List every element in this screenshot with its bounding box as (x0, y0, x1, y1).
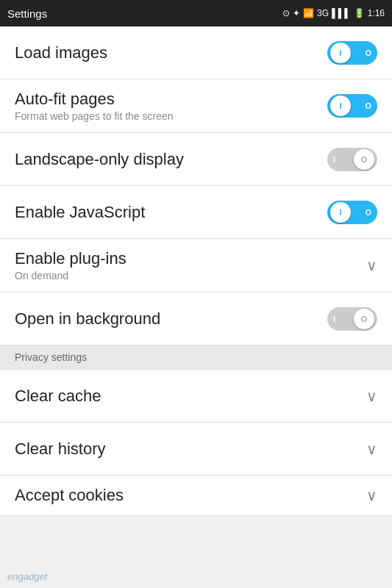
toggle-knob: O (354, 309, 374, 329)
chevron-down-icon: ∨ (366, 487, 377, 504)
settings-item-title-background: Open in background (15, 309, 327, 329)
toggle-off-label: O (365, 208, 371, 217)
settings-item-clear-history[interactable]: Clear history ∨ (0, 423, 392, 476)
settings-item-subtitle-plugins: On demand (15, 270, 366, 282)
settings-item-text: Auto-fit pages Format web pages to fit t… (15, 90, 327, 122)
watermark: engadget (7, 571, 47, 582)
toggle-knob: I (330, 202, 351, 223)
toggle-background[interactable]: O I (327, 307, 377, 331)
settings-item-clear-cache[interactable]: Clear cache ∨ (0, 370, 392, 423)
chevron-down-icon: ∨ (366, 387, 377, 405)
chevron-down-icon: ∨ (366, 257, 377, 274)
clock: 1:16 (368, 8, 385, 18)
settings-item-load-images[interactable]: Load images O I (0, 26, 392, 79)
toggle-load-images[interactable]: O I (327, 41, 377, 65)
toggle-auto-fit[interactable]: O I (327, 94, 377, 118)
status-icons: ⊙ ✦ 📶 3G ▌▌▌ 🔋 1:16 (282, 8, 385, 18)
settings-item-title-clear-history: Clear history (15, 440, 366, 459)
toggle-off-label: O (365, 49, 371, 57)
settings-item-subtitle-auto-fit: Format web pages to fit the screen (15, 110, 327, 122)
toggle-knob: O (354, 149, 374, 170)
settings-item-text: Load images (15, 43, 327, 62)
toggle-on-label: I (339, 49, 341, 57)
page-title: Settings (7, 7, 47, 20)
toggle-on-label: I (333, 315, 335, 323)
network-type: 3G (317, 8, 329, 18)
toggle-on-label: I (333, 155, 335, 164)
settings-item-title-auto-fit: Auto-fit pages (15, 90, 327, 109)
settings-item-title-landscape: Landscape-only display (15, 150, 327, 169)
settings-item-text: Clear history (15, 440, 366, 459)
settings-item-text: Enable JavaScript (15, 203, 327, 222)
settings-item-landscape[interactable]: Landscape-only display O I (0, 133, 392, 186)
wifi-icon: 📶 (303, 8, 314, 18)
settings-item-title-javascript: Enable JavaScript (15, 203, 327, 222)
battery-icon: 🔋 (354, 8, 365, 18)
toggle-off-label: O (361, 315, 368, 323)
settings-item-text: Accept cookies (15, 486, 366, 505)
settings-item-title-load-images: Load images (15, 43, 327, 62)
settings-item-title-plugins: Enable plug-ins (15, 249, 366, 268)
toggle-knob: I (330, 96, 351, 116)
toggle-knob: I (330, 43, 351, 63)
settings-item-title-clear-cache: Clear cache (15, 387, 366, 406)
settings-item-text: Clear cache (15, 387, 366, 406)
sim-icon: ⊙ (282, 8, 290, 18)
toggle-landscape[interactable]: O I (327, 148, 377, 171)
settings-item-text: Landscape-only display (15, 150, 327, 169)
toggle-on-label: I (339, 208, 341, 217)
toggle-off-label: O (361, 155, 368, 164)
toggle-on-label: I (339, 101, 341, 110)
settings-item-background[interactable]: Open in background O I (0, 293, 392, 345)
section-header-privacy: Privacy settings (0, 345, 392, 370)
signal-bars: ▌▌▌ (332, 8, 351, 18)
settings-item-text: Enable plug-ins On demand (15, 249, 366, 282)
settings-item-plugins[interactable]: Enable plug-ins On demand ∨ (0, 239, 392, 293)
toggle-javascript[interactable]: O I (327, 201, 377, 224)
settings-item-title-accept-cookies: Accept cookies (15, 486, 366, 505)
settings-item-accept-cookies[interactable]: Accept cookies ∨ (0, 476, 392, 516)
settings-list: Load images O I Auto-fit pages Format we… (0, 26, 392, 516)
toggle-off-label: O (365, 101, 371, 110)
status-bar: Settings ⊙ ✦ 📶 3G ▌▌▌ 🔋 1:16 (0, 0, 392, 26)
settings-item-text: Open in background (15, 309, 327, 329)
settings-item-javascript[interactable]: Enable JavaScript O I (0, 186, 392, 239)
bluetooth-icon: ✦ (293, 8, 300, 18)
chevron-down-icon: ∨ (366, 440, 377, 458)
settings-item-auto-fit[interactable]: Auto-fit pages Format web pages to fit t… (0, 79, 392, 133)
